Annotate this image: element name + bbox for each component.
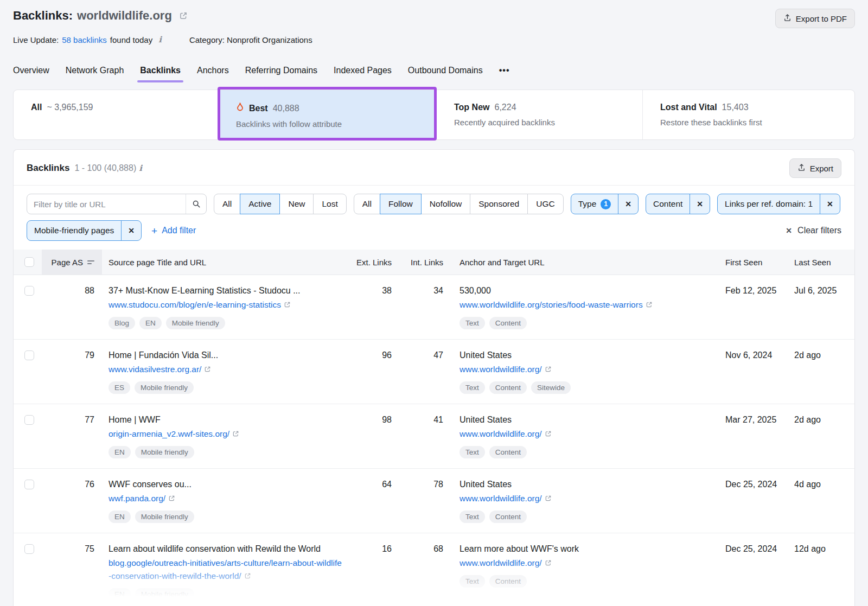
target-link-line: www.worldwildlife.org/ <box>459 557 725 570</box>
badge-sitewide: Sitewide <box>531 381 571 394</box>
badge-row: ENMobile friendly <box>108 588 343 601</box>
target-url[interactable]: www.worldwildlife.org/stories/food-waste… <box>459 300 643 309</box>
badge-en: EN <box>108 511 131 523</box>
add-filter-button[interactable]: + Add filter <box>151 226 196 236</box>
export-to-pdf-label: Export to PDF <box>796 14 847 23</box>
summary-card-best[interactable]: Best40,888Backlinks with follow attribut… <box>219 90 437 139</box>
filter-pill-mobile-friendly-pages-button[interactable]: Mobile-friendly pages <box>27 221 121 240</box>
follow-filter-option-all[interactable]: All <box>354 194 380 214</box>
panel-header: Backlinks 1 - 100 (40,888) i Export <box>14 150 854 186</box>
external-link-icon[interactable] <box>165 494 175 503</box>
ext-links-value: 16 <box>343 544 395 601</box>
badge-row: TextContent <box>459 575 725 588</box>
filter-pill-links-per-ref-domain: Links per ref. domain: 1✕ <box>717 194 840 214</box>
target-url[interactable]: www.worldwildlife.org/ <box>459 365 542 374</box>
int-links-value: 68 <box>395 544 446 601</box>
search-input[interactable] <box>27 194 207 214</box>
row-checkbox[interactable] <box>24 480 34 489</box>
source-url[interactable]: origin-armenia_v2.wwf-sites.org/ <box>108 429 229 438</box>
source-url[interactable]: www.vidasilvestre.org.ar/ <box>108 365 201 374</box>
target-link-line: www.worldwildlife.org/ <box>459 363 725 376</box>
tab-network-graph[interactable]: Network Graph <box>66 66 124 82</box>
external-link-icon[interactable] <box>241 571 251 581</box>
target-url[interactable]: www.worldwildlife.org/ <box>459 558 542 567</box>
info-icon[interactable]: i <box>136 163 145 173</box>
remove-filter-links-per-ref-domain-button[interactable]: ✕ <box>820 194 840 214</box>
row-checkbox[interactable] <box>24 350 34 360</box>
live-update-link[interactable]: 58 backlinks <box>62 35 107 44</box>
summary-card-value: 6,224 <box>494 103 516 112</box>
tab-outbound-domains[interactable]: Outbound Domains <box>408 66 483 82</box>
column-header-ext-links: Ext. Links <box>343 258 395 267</box>
external-link-icon[interactable] <box>229 429 239 438</box>
summary-card-subtitle: Backlinks with follow attribute <box>236 119 436 129</box>
ext-links-value: 96 <box>343 350 395 394</box>
badge-mobile-friendly: Mobile friendly <box>135 588 194 601</box>
filter-pill-links-per-ref-domain-button[interactable]: Links per ref. domain: 1 <box>718 194 820 214</box>
badge-content: Content <box>489 381 527 394</box>
remove-filter-mobile-friendly-pages-button[interactable]: ✕ <box>121 221 141 240</box>
follow-filter-option-nofollow[interactable]: Nofollow <box>421 194 470 214</box>
summary-card-label: All <box>31 103 42 112</box>
external-link-icon[interactable] <box>201 365 211 374</box>
remove-filter-type-button[interactable]: ✕ <box>618 194 638 214</box>
remove-filter-content-button[interactable]: ✕ <box>690 194 710 214</box>
tab-anchors[interactable]: Anchors <box>197 66 229 82</box>
external-link-icon[interactable] <box>542 429 552 438</box>
status-filter-option-active[interactable]: Active <box>240 194 280 214</box>
info-icon[interactable]: i <box>156 35 164 44</box>
tab-more[interactable]: ••• <box>499 66 510 82</box>
source-url[interactable]: www.studocu.com/blog/en/e-learning-stati… <box>108 300 281 309</box>
row-checkbox[interactable] <box>24 415 34 425</box>
summary-card-head: Top New6,224 <box>454 103 642 112</box>
export-button[interactable]: Export <box>789 158 841 178</box>
filter-pill-type: Type1✕ <box>571 194 639 214</box>
anchor-cell: Learn more about WWF's workwww.worldwild… <box>446 544 725 601</box>
external-link-icon[interactable] <box>542 494 552 503</box>
row-checkbox-cell <box>14 286 42 329</box>
export-to-pdf-button[interactable]: Export to PDF <box>775 9 855 28</box>
external-link-icon[interactable] <box>542 558 552 567</box>
target-url[interactable]: www.worldwildlife.org/ <box>459 429 542 438</box>
search-icon[interactable] <box>186 194 206 214</box>
clear-filters-button[interactable]: ✕ Clear filters <box>786 226 841 235</box>
filter-pill-content-button[interactable]: Content <box>646 194 690 214</box>
source-title: 37+ Must-Know E-Learning Statistics - St… <box>108 286 343 296</box>
tab-indexed-pages[interactable]: Indexed Pages <box>334 66 392 82</box>
follow-filter-option-sponsored[interactable]: Sponsored <box>470 194 528 214</box>
filter-pill-type-button[interactable]: Type1 <box>571 194 618 214</box>
tab-overview[interactable]: Overview <box>13 66 49 82</box>
summary-card-all[interactable]: All~ 3,965,159 <box>14 90 219 139</box>
badge-blog: Blog <box>108 317 135 329</box>
badge-text: Text <box>459 381 485 394</box>
tab-backlinks[interactable]: Backlinks <box>140 66 181 82</box>
external-link-icon[interactable] <box>176 9 188 23</box>
page-as-value: 88 <box>42 286 102 329</box>
source-url[interactable]: blog.google/outreach-initiatives/arts-cu… <box>108 558 342 581</box>
summary-card-value: ~ 3,965,159 <box>47 103 93 112</box>
external-link-icon[interactable] <box>643 300 653 309</box>
source-title: Home | Fundación Vida Sil... <box>108 350 343 360</box>
tab-referring-domains[interactable]: Referring Domains <box>245 66 317 82</box>
source-url[interactable]: wwf.panda.org/ <box>108 494 165 503</box>
follow-filter-option-follow[interactable]: Follow <box>380 194 422 214</box>
status-filter-option-lost[interactable]: Lost <box>313 194 346 214</box>
row-checkbox-cell <box>14 350 42 394</box>
row-checkbox[interactable] <box>24 544 34 554</box>
column-header-last-seen: Last Seen <box>794 258 854 267</box>
status-filter-option-all[interactable]: All <box>214 194 240 214</box>
external-link-icon[interactable] <box>281 300 291 309</box>
last-seen-value: 12d ago <box>794 544 854 601</box>
column-header-page-as[interactable]: Page AS <box>42 250 102 275</box>
select-all-checkbox[interactable] <box>24 257 34 267</box>
summary-card-lost-and-vital[interactable]: Lost and Vital15,403Restore these backli… <box>643 90 854 139</box>
row-checkbox[interactable] <box>24 286 34 296</box>
filter-pill-content: Content✕ <box>646 194 710 214</box>
external-link-icon[interactable] <box>542 365 552 374</box>
table-row: 75Learn about wildlife conservation with… <box>14 533 854 606</box>
source-link-line: www.vidasilvestre.org.ar/ <box>108 363 343 376</box>
summary-card-top-new[interactable]: Top New6,224Recently acquired backlinks <box>437 90 643 139</box>
target-url[interactable]: www.worldwildlife.org/ <box>459 494 542 503</box>
status-filter-option-new[interactable]: New <box>279 194 314 214</box>
follow-filter-option-ugc[interactable]: UGC <box>527 194 563 214</box>
